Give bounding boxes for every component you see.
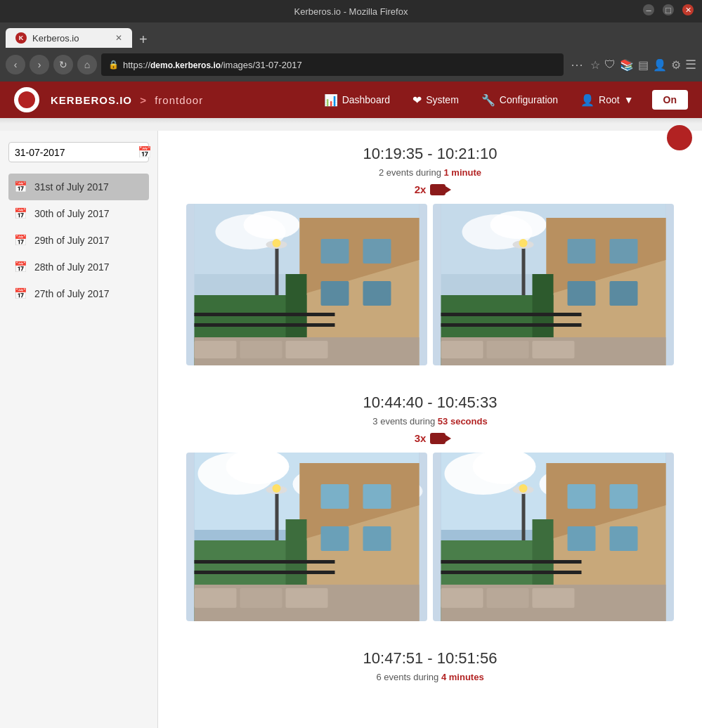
svg-point-14 — [273, 239, 281, 247]
active-tab[interactable]: K Kerberos.io ✕ — [6, 28, 132, 48]
shield-icon[interactable]: 🛡 — [604, 58, 616, 71]
svg-point-60 — [273, 484, 281, 493]
svg-rect-44 — [533, 341, 575, 358]
settings-icon[interactable]: ⚙ — [671, 58, 681, 72]
svg-rect-68 — [286, 588, 328, 608]
nav-user[interactable]: 👤 Root ▼ — [571, 88, 643, 112]
browser-tabs: K Kerberos.io ✕ + — [0, 22, 702, 48]
tab-label: Kerberos.io — [32, 33, 79, 44]
dashboard-icon: 📊 — [324, 93, 338, 107]
maximize-button[interactable]: □ — [663, 4, 674, 15]
svg-rect-40 — [441, 313, 582, 316]
nav-dashboard[interactable]: 📊 Dashboard — [314, 88, 401, 112]
svg-rect-86 — [441, 571, 582, 574]
app-title: KERBEROS.IO > frontdoor — [51, 94, 203, 106]
browser-titlebar: Kerberos.io - Mozilla Firefox – □ ✕ — [0, 0, 702, 22]
svg-rect-56 — [321, 526, 349, 551]
cal-icon-3: 📅 — [14, 261, 27, 273]
home-button[interactable]: ⌂ — [77, 55, 97, 74]
svg-rect-89 — [441, 588, 483, 608]
time-range-1: 10:44:40 - 10:45:33 — [186, 394, 674, 412]
date-input-wrapper[interactable]: 📅 — [8, 142, 149, 162]
date-input[interactable] — [15, 147, 138, 158]
image-0-0[interactable] — [186, 204, 427, 365]
svg-rect-21 — [240, 341, 282, 358]
nav-configuration[interactable]: 🔧 Configuration — [472, 88, 568, 112]
header-nav: 📊 Dashboard ❤ System 🔧 Configuration 👤 R… — [314, 88, 688, 112]
favicon: K — [15, 32, 27, 44]
scroll-indicator — [0, 118, 702, 124]
svg-rect-18 — [195, 313, 335, 316]
record-indicator — [667, 125, 692, 150]
cal-icon-1: 📅 — [14, 207, 27, 220]
svg-point-26 — [490, 211, 547, 239]
time-range-2: 10:47:51 - 10:51:56 — [186, 649, 674, 668]
on-toggle-button[interactable]: On — [652, 90, 688, 110]
back-button[interactable]: ‹ — [6, 55, 25, 74]
camera-icon-1 — [430, 433, 446, 444]
sidebar-item-jul27[interactable]: 📅 27th of July 2017 — [8, 280, 149, 307]
svg-rect-32 — [568, 281, 596, 306]
content-wrapper: 📅 📅 31st of July 2017 📅 30th of July 201… — [0, 131, 702, 728]
sidebar-item-jul28[interactable]: 📅 28th of July 2017 — [8, 254, 149, 280]
cal-icon-4: 📅 — [14, 287, 27, 300]
url-domain: demo.kerberos.io — [150, 60, 221, 70]
svg-rect-87 — [441, 560, 582, 564]
time-group-2: 10:47:51 - 10:51:56 6 events during 4 mi… — [186, 649, 674, 682]
events-label-1: 3 events during 53 seconds — [186, 416, 674, 427]
new-tab-button[interactable]: + — [132, 32, 155, 48]
sidebar-item-jul29[interactable]: 📅 29th of July 2017 — [8, 227, 149, 254]
cal-icon-0: 📅 — [14, 181, 27, 193]
svg-rect-17 — [195, 323, 335, 327]
close-button[interactable]: ✕ — [682, 4, 694, 15]
image-0-1[interactable] — [433, 204, 674, 365]
sidebar-item-jul30[interactable]: 📅 30th of July 2017 — [8, 200, 149, 227]
app-header: KERBEROS.IO > frontdoor 📊 Dashboard ❤ Sy… — [0, 82, 702, 118]
svg-rect-54 — [321, 484, 349, 509]
events-label-2: 6 events during 4 minutes — [186, 672, 674, 682]
logo-inner — [18, 91, 35, 108]
menu-icon[interactable]: ☰ — [685, 57, 696, 72]
forward-button[interactable]: › — [30, 55, 49, 74]
svg-rect-64 — [195, 560, 335, 564]
svg-rect-78 — [610, 484, 638, 509]
svg-rect-80 — [610, 526, 638, 551]
svg-rect-42 — [441, 341, 483, 358]
svg-point-83 — [519, 484, 528, 493]
nav-system[interactable]: ❤ System — [403, 88, 469, 112]
svg-rect-77 — [568, 484, 596, 509]
svg-point-3 — [244, 211, 300, 239]
svg-rect-20 — [195, 341, 237, 358]
reload-button[interactable]: ↻ — [53, 55, 73, 74]
camera-count-1: 3x — [186, 432, 674, 444]
browser-toolbar: ‹ › ↻ ⌂ 🔒 https://demo.kerberos.io/image… — [0, 48, 702, 82]
scene-svg-1-1 — [433, 453, 674, 621]
svg-point-36 — [519, 239, 528, 247]
reader-icon[interactable]: ▤ — [638, 58, 649, 72]
svg-rect-9 — [363, 239, 391, 264]
tab-close-button[interactable]: ✕ — [115, 33, 122, 43]
svg-rect-63 — [195, 571, 335, 574]
main-content: 10:19:35 - 10:21:10 2 events during 1 mi… — [158, 131, 702, 728]
image-1-0[interactable] — [186, 453, 427, 621]
library-icon[interactable]: 📚 — [620, 58, 634, 72]
time-group-1: 10:44:40 - 10:45:33 3 events during 53 s… — [186, 394, 674, 621]
minimize-button[interactable]: – — [643, 4, 654, 15]
bookmark-icon[interactable]: ☆ — [590, 58, 600, 72]
time-range-0: 10:19:35 - 10:21:10 — [186, 145, 674, 163]
svg-rect-55 — [363, 484, 391, 509]
wrench-icon: 🔧 — [481, 93, 495, 107]
scene-svg-0-0 — [186, 204, 427, 365]
lock-icon: 🔒 — [108, 60, 119, 70]
calendar-icon[interactable]: 📅 — [138, 145, 152, 159]
svg-rect-90 — [487, 588, 529, 608]
svg-rect-31 — [610, 239, 638, 264]
user-icon: 👤 — [580, 93, 594, 107]
account-icon[interactable]: 👤 — [653, 58, 667, 72]
url-bar[interactable]: 🔒 https://demo.kerberos.io/images/31-07-… — [101, 53, 564, 76]
image-1-1[interactable] — [433, 453, 674, 621]
image-grid-0 — [186, 204, 674, 365]
more-options-icon[interactable]: ⋯ — [568, 57, 586, 72]
sidebar: 📅 📅 31st of July 2017 📅 30th of July 201… — [0, 131, 158, 728]
sidebar-item-jul31[interactable]: 📅 31st of July 2017 — [8, 174, 149, 200]
